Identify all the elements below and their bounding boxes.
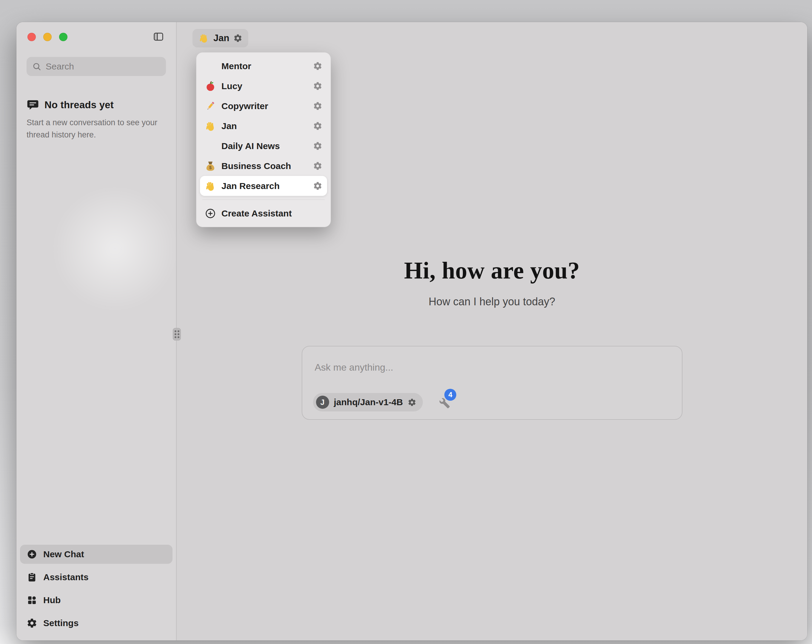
menu-item-label: Create Assistant (221, 209, 292, 219)
search-icon (32, 62, 41, 71)
menu-item-copywriter[interactable]: Copywriter (200, 96, 327, 116)
menu-item-create-assistant[interactable]: Create Assistant (200, 203, 327, 223)
sidebar-item-new-chat[interactable]: New Chat (20, 545, 172, 564)
menu-item-label: Daily AI News (221, 141, 280, 151)
app-window: No threads yet Start a new conversation … (17, 22, 807, 640)
menu-item-daily-ai-news[interactable]: Daily AI News (200, 136, 327, 156)
minimize-button[interactable] (43, 33, 52, 41)
gear-icon[interactable] (408, 398, 416, 406)
gear-icon[interactable] (313, 81, 322, 91)
plus-circle-icon (205, 208, 216, 219)
greeting-subtitle: How can I help you today? (177, 295, 807, 308)
chat-bubble-icon (27, 99, 39, 111)
assistant-name: Jan (214, 33, 229, 44)
composer-placeholder: Ask me anything... (315, 362, 393, 373)
menu-divider (202, 199, 325, 200)
model-selector-button[interactable]: J janhq/Jan-v1-4B (313, 393, 423, 411)
wave-hand-icon (198, 33, 209, 44)
greeting: Hi, how are you? How can I help you toda… (177, 257, 807, 308)
gear-icon[interactable] (313, 141, 322, 151)
menu-item-label: Business Coach (221, 161, 291, 171)
assistant-menu-popover: Mentor Lucy Copywriter Jan Daily AI News (196, 52, 331, 227)
gear-icon[interactable] (313, 121, 322, 131)
money-bag-icon (205, 160, 216, 172)
tools-count-badge: 4 (444, 389, 456, 401)
sidebar-item-assistants[interactable]: Assistants (20, 568, 172, 587)
menu-item-jan-research[interactable]: Jan Research (200, 176, 327, 196)
traffic-lights (27, 33, 67, 41)
yellow-circle-icon (205, 140, 216, 152)
panel-left-icon (153, 31, 164, 42)
assistant-selector-button[interactable]: Jan (192, 29, 248, 47)
gear-icon[interactable] (313, 161, 322, 171)
zoom-button[interactable] (59, 33, 67, 41)
menu-item-business-coach[interactable]: Business Coach (200, 156, 327, 176)
sidebar-glow-decoration (49, 183, 180, 314)
wave-hand-icon (205, 180, 216, 192)
nav-label: New Chat (43, 549, 84, 559)
search-input[interactable] (46, 61, 160, 72)
menu-item-jan[interactable]: Jan (200, 116, 327, 136)
menu-item-label: Jan (221, 121, 237, 131)
orange-circle-icon (205, 61, 216, 72)
model-badge: J (316, 396, 329, 409)
sidebar: No threads yet Start a new conversation … (17, 22, 177, 640)
tools-button[interactable]: 4 (437, 395, 450, 409)
gear-icon[interactable] (313, 181, 322, 190)
sidebar-item-hub[interactable]: Hub (20, 591, 172, 610)
pencil-icon (205, 100, 216, 112)
search-field[interactable] (27, 57, 166, 76)
greeting-title: Hi, how are you? (177, 257, 807, 284)
sidebar-nav: New Chat Assistants Hub Settings (17, 545, 176, 640)
gear-icon[interactable] (313, 61, 322, 71)
nav-label: Settings (43, 618, 78, 628)
grid-icon (27, 595, 37, 606)
apple-icon (205, 81, 216, 92)
menu-item-label: Copywriter (221, 101, 268, 111)
sidebar-item-settings[interactable]: Settings (20, 614, 172, 633)
close-button[interactable] (27, 33, 36, 41)
empty-state-description: Start a new conversation to see your thr… (27, 117, 161, 141)
model-name: janhq/Jan-v1-4B (334, 397, 403, 407)
menu-item-label: Jan Research (221, 181, 279, 191)
menu-item-label: Mentor (221, 61, 251, 71)
menu-item-lucy[interactable]: Lucy (200, 76, 327, 96)
wave-hand-icon (205, 120, 216, 132)
plus-circle-icon (27, 549, 37, 560)
sidebar-toggle-button[interactable] (153, 31, 164, 42)
nav-label: Assistants (43, 572, 89, 582)
clipboard-icon (27, 572, 37, 583)
gear-icon (27, 618, 37, 629)
menu-item-mentor[interactable]: Mentor (200, 56, 327, 76)
gear-icon[interactable] (234, 34, 242, 43)
empty-state-title: No threads yet (44, 99, 114, 111)
main-area: Jan Mentor Lucy Copywriter Jan (177, 22, 807, 640)
nav-label: Hub (43, 595, 61, 605)
sidebar-resize-handle[interactable] (173, 328, 181, 341)
menu-item-label: Lucy (221, 81, 242, 91)
empty-state: No threads yet Start a new conversation … (27, 99, 166, 141)
composer[interactable]: Ask me anything... J janhq/Jan-v1-4B 4 (302, 346, 682, 420)
gear-icon[interactable] (313, 101, 322, 111)
